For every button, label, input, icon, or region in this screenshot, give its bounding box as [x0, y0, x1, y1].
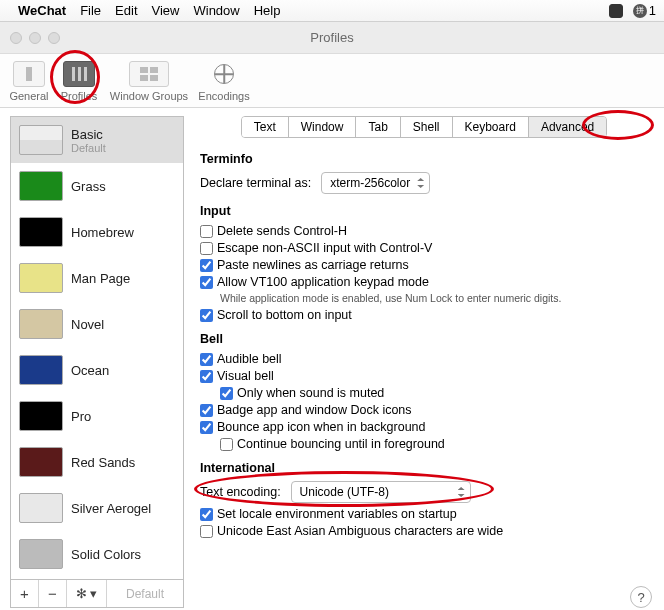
profiles-sidebar: Basic Default Grass Homebrew Man Page No… [10, 116, 184, 608]
profiles-icon [63, 61, 95, 87]
allow-vt100-checkbox[interactable] [200, 276, 213, 289]
profile-ocean[interactable]: Ocean [11, 347, 183, 393]
east-asian-label: Unicode East Asian Ambiguous characters … [217, 524, 503, 538]
tab-text[interactable]: Text [242, 117, 289, 137]
bounce-icon-label: Bounce app icon when in background [217, 420, 425, 434]
text-encoding-select[interactable]: Unicode (UTF-8) [291, 481, 471, 503]
terminfo-heading: Terminfo [200, 152, 648, 166]
toolbar-general[interactable]: General [4, 59, 54, 102]
bell-heading: Bell [200, 332, 648, 346]
declare-terminal-select[interactable]: xterm-256color [321, 172, 430, 194]
app-menu[interactable]: WeChat [18, 3, 66, 18]
delete-ctrl-h-label: Delete sends Control-H [217, 224, 347, 238]
profile-thumbnail [19, 217, 63, 247]
zoom-button[interactable] [48, 32, 60, 44]
status-item-2[interactable]: 拼1 [633, 3, 656, 18]
delete-ctrl-h-checkbox[interactable] [200, 225, 213, 238]
bounce-icon-checkbox[interactable] [200, 421, 213, 434]
scroll-bottom-checkbox[interactable] [200, 309, 213, 322]
profile-thumbnail [19, 355, 63, 385]
visual-bell-checkbox[interactable] [200, 370, 213, 383]
toolbar-profiles[interactable]: Profiles [54, 59, 104, 102]
set-locale-label: Set locale environment variables on star… [217, 507, 457, 521]
tab-shell[interactable]: Shell [401, 117, 453, 137]
profiles-list[interactable]: Basic Default Grass Homebrew Man Page No… [11, 117, 183, 579]
tab-tab[interactable]: Tab [356, 117, 400, 137]
set-locale-checkbox[interactable] [200, 508, 213, 521]
menu-edit[interactable]: Edit [115, 3, 137, 18]
audible-bell-checkbox[interactable] [200, 353, 213, 366]
system-menubar: WeChat File Edit View Window Help 拼1 [0, 0, 664, 22]
close-button[interactable] [10, 32, 22, 44]
visual-bell-label: Visual bell [217, 369, 274, 383]
profile-basic[interactable]: Basic Default [11, 117, 183, 163]
toolbar-encodings[interactable]: Encodings [194, 59, 254, 102]
only-muted-label: Only when sound is muted [237, 386, 384, 400]
profile-manpage[interactable]: Man Page [11, 255, 183, 301]
escape-nonascii-checkbox[interactable] [200, 242, 213, 255]
profile-solidcolors[interactable]: Solid Colors [11, 531, 183, 577]
encodings-icon [208, 61, 240, 87]
east-asian-checkbox[interactable] [200, 525, 213, 538]
profile-thumbnail [19, 493, 63, 523]
window-groups-icon [129, 61, 169, 87]
window-controls [0, 32, 60, 44]
menu-view[interactable]: View [152, 3, 180, 18]
menu-help[interactable]: Help [254, 3, 281, 18]
profile-thumbnail [19, 401, 63, 431]
menu-window[interactable]: Window [193, 3, 239, 18]
set-default-button[interactable]: Default [107, 580, 183, 607]
profile-thumbnail [19, 539, 63, 569]
declare-terminal-label: Declare terminal as: [200, 176, 311, 190]
badge-dock-checkbox[interactable] [200, 404, 213, 417]
add-profile-button[interactable]: + [11, 580, 39, 607]
status-badge-count: 1 [649, 3, 656, 18]
profile-homebrew[interactable]: Homebrew [11, 209, 183, 255]
preferences-toolbar: General Profiles Window Groups Encodings [0, 54, 664, 108]
profile-thumbnail [19, 309, 63, 339]
profile-novel[interactable]: Novel [11, 301, 183, 347]
text-encoding-label: Text encoding: [200, 485, 281, 499]
paste-newlines-checkbox[interactable] [200, 259, 213, 272]
sidebar-footer: + − ✻ ▾ Default [11, 579, 183, 607]
continue-bounce-label: Continue bouncing until in foreground [237, 437, 445, 451]
window-titlebar: Profiles [0, 22, 664, 54]
help-button[interactable]: ? [630, 586, 652, 608]
only-muted-checkbox[interactable] [220, 387, 233, 400]
international-heading: International [200, 461, 648, 475]
allow-vt100-label: Allow VT100 application keypad mode [217, 275, 429, 289]
profile-grass[interactable]: Grass [11, 163, 183, 209]
minimize-button[interactable] [29, 32, 41, 44]
profile-thumbnail [19, 263, 63, 293]
globe-icon [214, 64, 234, 84]
profile-settings: Text Window Tab Shell Keyboard Advanced … [194, 116, 654, 608]
profile-silveraerogel[interactable]: Silver Aerogel [11, 485, 183, 531]
profile-thumbnail [19, 125, 63, 155]
vt100-hint: While application mode is enabled, use N… [220, 292, 648, 304]
audible-bell-label: Audible bell [217, 352, 282, 366]
profile-thumbnail [19, 171, 63, 201]
profile-redsands[interactable]: Red Sands [11, 439, 183, 485]
window-title: Profiles [60, 30, 664, 45]
paste-newlines-label: Paste newlines as carriage returns [217, 258, 409, 272]
toolbar-window-groups[interactable]: Window Groups [104, 59, 194, 102]
badge-dock-label: Badge app and window Dock icons [217, 403, 412, 417]
remove-profile-button[interactable]: − [39, 580, 67, 607]
profile-thumbnail [19, 447, 63, 477]
settings-tabs: Text Window Tab Shell Keyboard Advanced [241, 116, 608, 138]
status-item-1[interactable] [609, 4, 625, 18]
scroll-bottom-label: Scroll to bottom on input [217, 308, 352, 322]
escape-nonascii-label: Escape non-ASCII input with Control-V [217, 241, 432, 255]
profile-pro[interactable]: Pro [11, 393, 183, 439]
tab-window[interactable]: Window [289, 117, 357, 137]
profile-actions-menu[interactable]: ✻ ▾ [67, 580, 107, 607]
ime-icon: 拼 [633, 4, 647, 18]
tab-advanced[interactable]: Advanced [529, 117, 606, 137]
menu-file[interactable]: File [80, 3, 101, 18]
continue-bounce-checkbox[interactable] [220, 438, 233, 451]
square-icon [609, 4, 623, 18]
input-heading: Input [200, 204, 648, 218]
tab-keyboard[interactable]: Keyboard [453, 117, 529, 137]
general-icon [13, 61, 45, 87]
